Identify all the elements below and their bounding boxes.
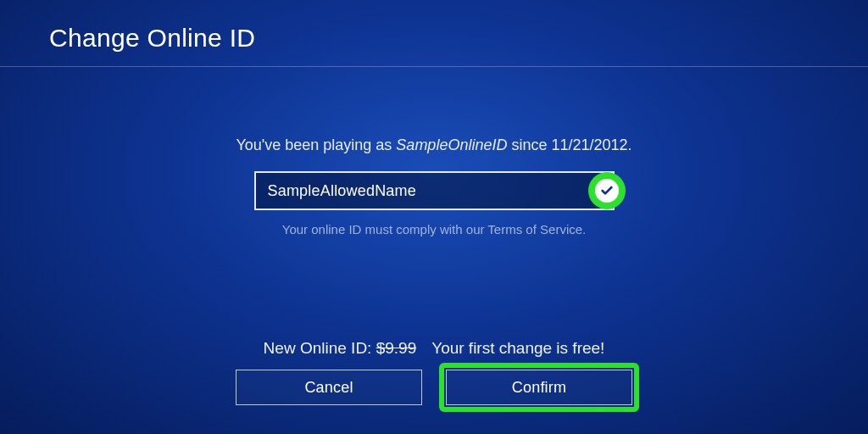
tos-text: Your online ID must comply with our Term… (282, 222, 586, 236)
online-id-input[interactable] (254, 171, 615, 210)
playing-suffix: . (628, 136, 632, 153)
valid-highlight-ring (588, 172, 626, 209)
page-title: Change Online ID (49, 24, 819, 53)
confirm-slot: Confirm (446, 370, 632, 405)
valid-check-icon (595, 179, 619, 203)
playing-as-text: You've been playing as SampleOnlineID si… (236, 136, 632, 154)
current-online-id: SampleOnlineID (396, 136, 507, 153)
playing-prefix: You've been playing as (236, 136, 396, 153)
button-row: Cancel Confirm (236, 370, 632, 405)
price-block: New Online ID: $9.99 (264, 339, 417, 358)
confirm-button[interactable]: Confirm (446, 370, 632, 405)
price-row: New Online ID: $9.99 Your first change i… (264, 339, 605, 358)
cancel-button[interactable]: Cancel (236, 370, 422, 405)
cancel-slot: Cancel (236, 370, 422, 405)
footer: New Online ID: $9.99 Your first change i… (0, 339, 868, 405)
free-message: Your first change is free! (431, 339, 604, 358)
playing-middle: since (507, 136, 551, 153)
since-date: 11/21/2012 (551, 136, 627, 153)
main-content: You've been playing as SampleOnlineID si… (0, 67, 868, 236)
online-id-input-wrap (254, 171, 615, 210)
price-label: New Online ID: (264, 339, 376, 357)
price-struck: $9.99 (376, 339, 417, 357)
header: Change Online ID (0, 0, 868, 66)
